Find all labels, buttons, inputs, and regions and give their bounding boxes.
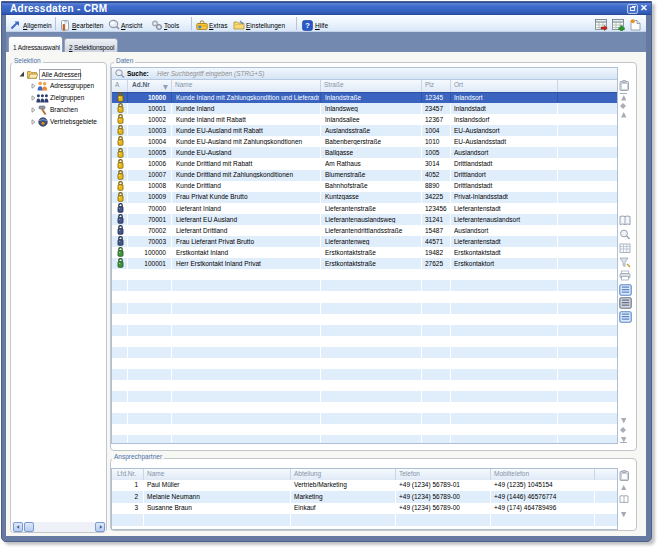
svg-text:?: ? bbox=[305, 21, 310, 30]
